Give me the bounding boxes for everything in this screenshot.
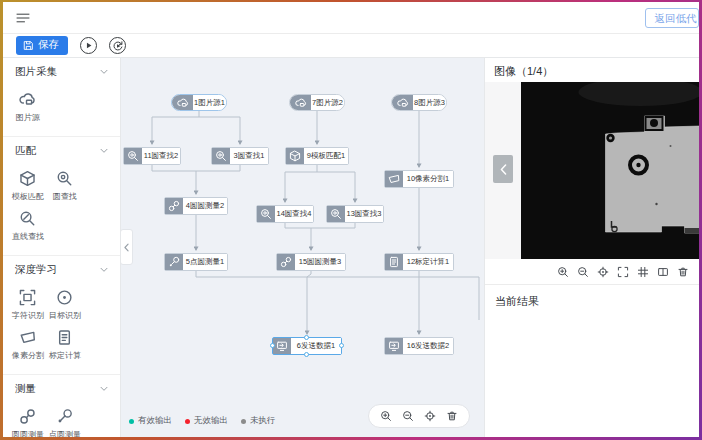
circle-circle-icon <box>19 407 36 425</box>
legend-label: 有效输出 <box>138 415 172 427</box>
tool-item-点圆测量[interactable]: 点圆测量 <box>47 407 82 437</box>
locate-icon[interactable] <box>597 266 609 278</box>
line-find-icon <box>19 209 36 227</box>
chevron-left-icon <box>122 243 131 252</box>
legend-dot <box>185 419 190 424</box>
chevron-down-icon <box>100 66 108 78</box>
legend-dot <box>241 419 246 424</box>
node-label: 12标定计算1 <box>403 254 453 270</box>
delete-icon[interactable] <box>677 266 689 278</box>
tool-item-字符识别[interactable]: 字符识别 <box>10 288 45 322</box>
canvas-zoom-toolbar <box>368 404 470 428</box>
node-label: 10像素分割1 <box>403 171 453 187</box>
compare-icon[interactable] <box>657 266 669 278</box>
flow-node-16[interactable]: 16发送数据2 <box>384 337 454 355</box>
node-label: 5点圆测量1 <box>183 254 227 270</box>
save-icon <box>23 40 34 51</box>
node-port-handle[interactable] <box>304 335 309 340</box>
flow-node-15[interactable]: 15圆圆测量3 <box>276 253 346 271</box>
flow-node-10[interactable]: 10像素分割1 <box>384 170 454 188</box>
node-label: 15圆圆测量3 <box>295 254 345 270</box>
tool-item-圆查找[interactable]: 圆查找 <box>47 169 82 203</box>
tool-item-目标识别[interactable]: 目标识别 <box>47 288 82 322</box>
flow-node-11[interactable]: 11圆查找2 <box>123 147 181 165</box>
category-label: 测量 <box>15 382 36 396</box>
zoom-in-icon[interactable] <box>380 410 392 422</box>
image-toolbar <box>485 259 699 285</box>
run-once-button[interactable] <box>109 37 126 54</box>
flow-node-8[interactable]: 8图片源3 <box>391 94 447 111</box>
category-header-2[interactable]: 深度学习 <box>3 256 120 280</box>
flow-canvas[interactable]: 1图片源17图片源28图片源311圆查找23圆查找19模板匹配110像素分割14… <box>121 58 484 437</box>
ocr-icon <box>19 288 36 306</box>
chevron-down-icon <box>100 383 108 395</box>
tool-item-模板匹配[interactable]: 模板匹配 <box>10 169 45 203</box>
back-to-lowcode-button[interactable]: 返回低代 <box>645 8 699 28</box>
circle-find-icon <box>124 148 142 164</box>
category-items: 图片源 <box>3 82 120 137</box>
category-header-3[interactable]: 测量 <box>3 375 120 399</box>
main-area: 图片采集图片源匹配模板匹配圆查找直线查找深度学习字符识别目标识别像素分割标定计算… <box>3 58 699 437</box>
flow-node-4[interactable]: 4圆圆测量2 <box>164 197 228 215</box>
flow-node-7[interactable]: 7图片源2 <box>289 94 345 111</box>
cloud-image-icon <box>392 95 413 110</box>
send-data-icon <box>385 338 403 354</box>
flow-node-6[interactable]: 6发送数据1 <box>272 337 342 355</box>
cloud-image-icon <box>172 95 193 110</box>
grid-icon[interactable] <box>637 266 649 278</box>
node-port-handle[interactable] <box>270 343 275 348</box>
legend-item: 无效输出 <box>185 415 228 427</box>
point-circle-icon <box>165 254 183 270</box>
category-header-0[interactable]: 图片采集 <box>3 58 120 82</box>
category-label: 深度学习 <box>15 263 57 277</box>
flow-node-9[interactable]: 9模板匹配1 <box>285 147 349 165</box>
category-header-1[interactable]: 匹配 <box>3 137 120 161</box>
node-label: 14圆查找4 <box>275 206 313 222</box>
tool-item-标定计算[interactable]: 标定计算 <box>47 328 82 362</box>
chevron-down-icon <box>100 264 108 276</box>
node-port-handle[interactable] <box>339 343 344 348</box>
sidebar-collapse-handle[interactable] <box>121 229 133 265</box>
node-port-handle[interactable] <box>304 352 309 357</box>
locate-icon[interactable] <box>424 410 436 422</box>
tool-item-像素分割[interactable]: 像素分割 <box>10 328 45 362</box>
node-label: 3圆查找1 <box>230 148 268 164</box>
tool-item-圆圆测量[interactable]: 圆圆测量 <box>10 407 45 437</box>
tool-item-直线查找[interactable]: 直线查找 <box>10 209 45 243</box>
tool-label: 字符识别 <box>11 310 43 321</box>
flow-node-13[interactable]: 13圆查找3 <box>326 205 384 223</box>
flow-node-3[interactable]: 3圆查找1 <box>211 147 269 165</box>
tool-label: 标定计算 <box>48 350 80 361</box>
delete-icon[interactable] <box>446 410 458 422</box>
previous-image-button[interactable] <box>493 155 513 183</box>
run-button[interactable] <box>80 37 97 54</box>
flow-node-1[interactable]: 1图片源1 <box>171 94 227 111</box>
calib-icon <box>56 328 73 346</box>
node-label: 11圆查找2 <box>142 148 180 164</box>
flow-node-5[interactable]: 5点圆测量1 <box>164 253 228 271</box>
flow-node-14[interactable]: 14圆查找4 <box>256 205 314 223</box>
save-button[interactable]: 保存 <box>16 36 68 55</box>
zoom-out-icon[interactable] <box>577 266 589 278</box>
pixel-seg-icon <box>385 171 403 187</box>
tool-label: 圆圆测量 <box>11 429 43 437</box>
chevron-down-icon <box>100 145 108 157</box>
flow-list-menu-icon[interactable] <box>16 10 34 26</box>
circle-find-icon <box>56 169 73 187</box>
circle-find-icon <box>327 206 345 222</box>
send-data-icon <box>273 338 291 354</box>
zoom-in-icon[interactable] <box>557 266 569 278</box>
zoom-out-icon[interactable] <box>402 410 414 422</box>
image-viewer <box>485 82 699 259</box>
tool-item-图片源[interactable]: 图片源 <box>10 90 45 124</box>
category-items: 模板匹配圆查找直线查找 <box>3 161 120 256</box>
node-label: 8图片源3 <box>413 95 446 110</box>
flow-node-12[interactable]: 12标定计算1 <box>384 253 454 271</box>
fullscreen-icon[interactable] <box>617 266 629 278</box>
tool-sidebar: 图片采集图片源匹配模板匹配圆查找直线查找深度学习字符识别目标识别像素分割标定计算… <box>3 58 121 437</box>
legend-label: 无效输出 <box>194 415 228 427</box>
step-play-icon <box>112 40 124 52</box>
cloud-image-icon <box>290 95 311 110</box>
camera-image <box>521 82 699 259</box>
current-results-title: 当前结果 <box>485 285 699 318</box>
